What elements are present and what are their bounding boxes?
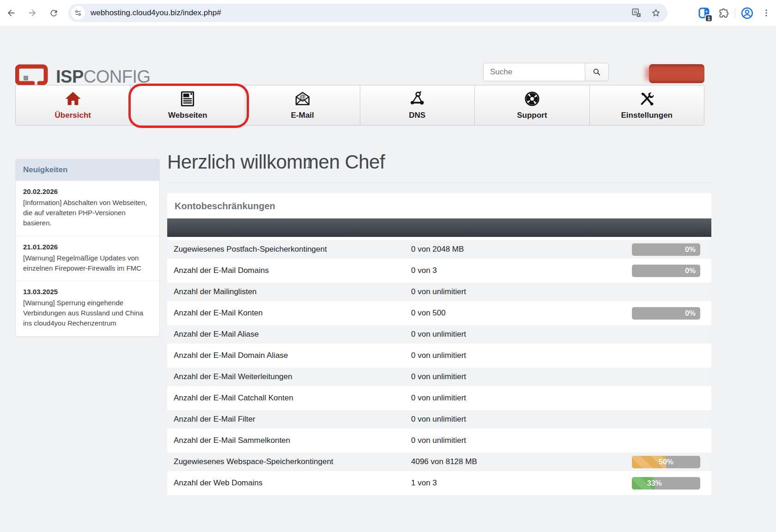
side-panel-button[interactable]: 1 [694, 4, 714, 22]
tab-webseiten[interactable]: Webseiten [130, 85, 245, 125]
tab-label: Einstellungen [621, 111, 673, 120]
limit-label: Anzahl der E-Mail Domain Aliase [174, 351, 411, 360]
tab-email[interactable]: @ E-Mail [245, 85, 360, 125]
site-info-button[interactable] [71, 6, 85, 20]
panel-title: Kontobeschränkungen [167, 193, 711, 218]
page-title: Herzlich willkommen Chef [167, 151, 711, 173]
browser-menu-button[interactable] [757, 4, 776, 22]
limit-row: Anzahl der Mailinglisten 0 von unlimitie… [167, 283, 711, 304]
news-date: 21.01.2026 [23, 243, 152, 251]
tab-einstellungen[interactable]: Einstellungen [589, 85, 704, 125]
redacted-account-name [649, 64, 704, 83]
search-bar [483, 63, 609, 81]
progress-label: 0% [685, 243, 696, 256]
progress-label: 0% [685, 265, 696, 277]
limit-value: 0 von unlimitiert [411, 330, 632, 339]
table-header-bar [167, 218, 711, 237]
browser-toolbar: webhosting.cloud4you.biz/index.php# G [0, 0, 776, 26]
tab-dns[interactable]: DNS [360, 85, 475, 125]
home-icon [65, 91, 81, 107]
limit-row: Anzahl der E-Mail Catchall Konten 0 von … [167, 389, 711, 410]
side-panel-badge: 1 [705, 14, 713, 22]
divider [167, 182, 711, 183]
app-header: ISPCONFIG [0, 26, 776, 85]
limit-row: Anzahl der E-Mail Filter 0 von unlimitie… [167, 410, 711, 431]
browser-back-button[interactable] [2, 4, 20, 22]
progress-label: 33% [647, 477, 662, 490]
back-arrow-icon [6, 8, 16, 18]
limit-row: Anzahl der E-Mail Weiterleitungen 0 von … [167, 368, 711, 389]
progress-bar: 0% [632, 265, 700, 277]
limit-row: Anzahl der E-Mail Domains 0 von 3 0% [167, 261, 711, 283]
limit-value: 0 von unlimitiert [411, 436, 632, 445]
lifebuoy-icon [524, 91, 540, 107]
logo-config: CONFIG [84, 67, 151, 86]
news-date: 20.02.2026 [23, 187, 152, 195]
tools-icon [638, 91, 655, 107]
browser-reload-button[interactable] [44, 4, 63, 22]
text-cursor [306, 157, 312, 169]
address-bar[interactable]: webhosting.cloud4you.biz/index.php# G [68, 4, 667, 22]
limit-label: Anzahl der E-Mail Aliase [174, 330, 411, 339]
limit-label: Anzahl der E-Mail Filter [174, 415, 411, 424]
translate-button[interactable]: G [629, 5, 644, 21]
url-text: webhosting.cloud4you.biz/index.php# [91, 8, 629, 18]
search-icon [593, 68, 601, 76]
tab-label: DNS [409, 111, 425, 120]
search-input[interactable] [483, 63, 585, 81]
translate-icon: G [631, 8, 642, 18]
bookmark-button[interactable] [648, 5, 664, 21]
profile-button[interactable] [737, 4, 757, 22]
dns-icon [409, 91, 425, 107]
limit-value: 0 von unlimitiert [411, 415, 632, 424]
limit-value: 0 von 500 [411, 308, 632, 318]
search-button[interactable] [585, 63, 609, 81]
limit-value: 0 von 3 [411, 266, 632, 275]
news-date: 13.03.2025 [23, 288, 152, 296]
news-panel: Neuigkeiten 20.02.2026 [Information] Abs… [15, 159, 160, 337]
kebab-menu-icon [762, 8, 771, 18]
limit-value: 4096 von 8128 MB [411, 457, 632, 466]
tab-label: E-Mail [291, 111, 314, 120]
tab-support[interactable]: Support [474, 85, 589, 125]
news-panel-title: Neuigkeiten [16, 159, 159, 181]
limit-value: 0 von unlimitiert [411, 372, 632, 381]
progress-bar: 50% [632, 456, 700, 468]
news-item[interactable]: 20.02.2026 [Information] Abschalten von … [16, 181, 159, 236]
news-item[interactable]: 21.01.2026 [Warnung] Regelmäßige Updates… [16, 236, 159, 281]
webpages-icon [180, 91, 195, 107]
limit-row: Anzahl der E-Mail Aliase 0 von unlimitie… [167, 325, 711, 346]
reload-icon [49, 8, 59, 18]
tab-label: Webseiten [168, 111, 207, 120]
toolbar-divider [735, 8, 735, 18]
limit-value: 1 von 3 [411, 478, 632, 488]
news-text: [Information] Abschalten von Webseiten, … [23, 198, 152, 229]
tab-uebersicht[interactable]: Übersicht [16, 85, 130, 125]
limit-label: Anzahl der Web Domains [174, 478, 411, 488]
tab-label: Übersicht [55, 111, 91, 120]
limit-row: Zugewiesenes Postfach-Speicherkontingent… [167, 240, 711, 261]
limit-label: Zugewiesenes Postfach-Speicherkontingent [174, 245, 411, 254]
profile-avatar-icon [741, 7, 753, 19]
main-content: Herzlich willkommen Chef Kontobeschränku… [167, 151, 711, 495]
limit-row: Zugewiesenes Webspace-Speicherkontingent… [167, 453, 711, 474]
extensions-button[interactable] [714, 4, 733, 22]
news-text: [Warnung] Sperrung eingehende Verbindung… [23, 298, 152, 329]
tab-label: Support [517, 111, 547, 120]
forward-arrow-icon [27, 8, 37, 18]
email-icon: @ [294, 91, 311, 107]
limit-label: Anzahl der E-Mail Weiterleitungen [174, 372, 411, 381]
limit-value: 0 von unlimitiert [411, 287, 632, 296]
browser-forward-button[interactable] [23, 4, 42, 22]
limit-value: 0 von 2048 MB [411, 245, 632, 254]
limit-label: Anzahl der E-Mail Domains [174, 266, 411, 275]
account-limits-panel: Kontobeschränkungen Zugewiesenes Postfac… [167, 193, 711, 495]
logo-isp: ISP [56, 67, 84, 86]
limit-row: Anzahl der E-Mail Konten 0 von 500 0% [167, 304, 711, 325]
news-text: [Warnung] Regelmäßige Updates von einzel… [23, 253, 152, 273]
limit-row: Anzahl der Web Domains 1 von 3 33% [167, 474, 711, 495]
progress-bar: 33% [632, 477, 700, 490]
news-item[interactable]: 13.03.2025 [Warnung] Sperrung eingehende… [16, 281, 159, 336]
limit-row: Anzahl der E-Mail Sammelkonten 0 von unl… [167, 431, 711, 453]
limit-label: Anzahl der Mailinglisten [174, 287, 411, 296]
